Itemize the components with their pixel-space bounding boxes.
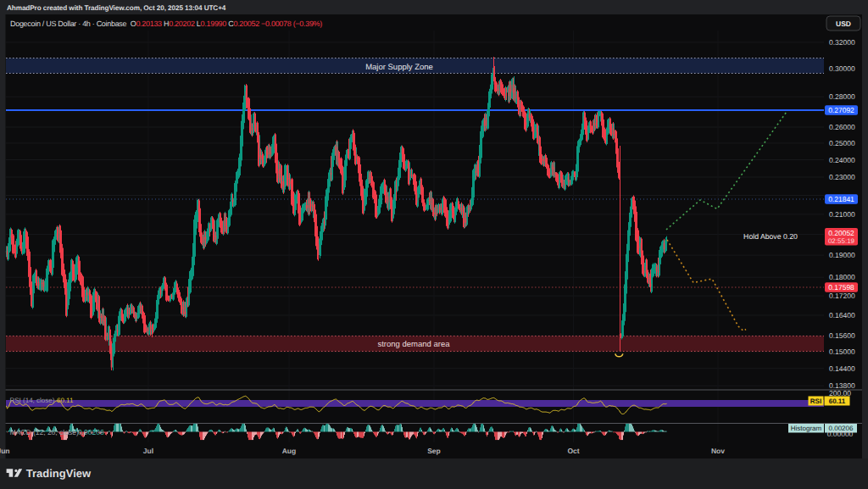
svg-text:0.00000: 0.00000 <box>827 430 854 438</box>
svg-text:0.16400: 0.16400 <box>829 311 855 320</box>
svg-text:0.21841: 0.21841 <box>828 195 854 203</box>
svg-text:0.28000: 0.28000 <box>829 92 855 101</box>
svg-text:0.25000: 0.25000 <box>829 139 855 147</box>
svg-text:0.00206: 0.00206 <box>78 428 104 436</box>
svg-text:Oct: Oct <box>567 447 579 455</box>
svg-text:RSI (14, close): RSI (14, close) <box>10 397 55 404</box>
svg-text:RSI: RSI <box>810 397 821 405</box>
svg-text:Dogecoin / US Dollar · 4h · Co: Dogecoin / US Dollar · 4h · Coinbase O0.… <box>10 19 322 28</box>
svg-text:AhmadPro created with TradingV: AhmadPro created with TradingView.com, O… <box>7 4 226 12</box>
svg-text:0.26000: 0.26000 <box>829 123 855 131</box>
svg-text:0.17598: 0.17598 <box>828 283 854 292</box>
svg-text:Histogram: Histogram <box>791 425 822 432</box>
svg-text:strong demand area: strong demand area <box>377 340 450 349</box>
svg-text:USD: USD <box>836 19 851 28</box>
svg-text:0.19000: 0.19000 <box>829 251 855 259</box>
svg-text:02:55:19: 02:55:19 <box>828 237 855 245</box>
svg-text:0.30000: 0.30000 <box>829 64 855 73</box>
svg-text:0.15000: 0.15000 <box>829 347 855 356</box>
svg-text:0.20052: 0.20052 <box>828 229 854 237</box>
svg-text:60.11: 60.11 <box>57 397 74 404</box>
svg-text:TradingView: TradingView <box>26 467 92 480</box>
svg-text:Sep: Sep <box>427 447 441 455</box>
svg-text:0.14400: 0.14400 <box>829 364 855 373</box>
svg-text:0.24000: 0.24000 <box>829 156 855 164</box>
svg-text:Major Supply Zone: Major Supply Zone <box>365 63 433 72</box>
svg-text:200.00: 200.00 <box>829 389 851 397</box>
svg-text:0.21000: 0.21000 <box>829 210 855 219</box>
svg-text:0.23000: 0.23000 <box>829 173 855 181</box>
svg-text:0.17200: 0.17200 <box>829 292 855 300</box>
svg-text:0.32000: 0.32000 <box>829 38 855 47</box>
svg-text:0.18000: 0.18000 <box>829 273 855 281</box>
svg-text:0.27092: 0.27092 <box>828 106 854 114</box>
svg-text:Jul: Jul <box>143 447 153 455</box>
svg-text:Aug: Aug <box>282 447 297 455</box>
svg-text:Hold Above 0.20: Hold Above 0.20 <box>743 232 798 241</box>
svg-text:Nov: Nov <box>711 447 725 455</box>
svg-text:MACD (12, 26, close): MACD (12, 26, close) <box>10 428 79 436</box>
svg-text:60.11: 60.11 <box>829 397 846 405</box>
svg-text:Jun: Jun <box>0 447 10 455</box>
svg-text:0.15600: 0.15600 <box>829 331 855 340</box>
